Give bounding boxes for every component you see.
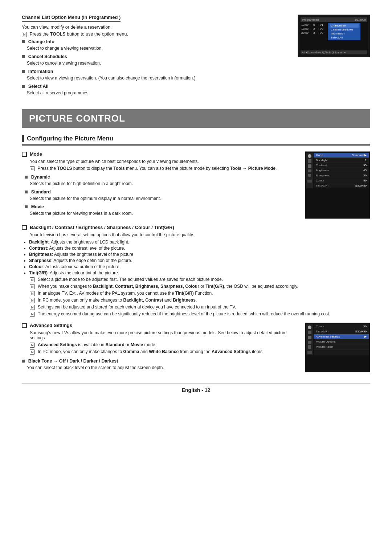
tv-menu-contrast: Contrast 95 xyxy=(314,163,369,168)
tv-menu-information: Information xyxy=(330,32,359,36)
picture-control-header: PICTURE CONTROL xyxy=(22,109,370,128)
mode-heading-label: Mode xyxy=(30,151,42,157)
tv-menu-sharpness: Sharpness 50 xyxy=(314,173,369,178)
note-row-6: N The energy consumed during use can be … xyxy=(30,311,370,317)
advanced-heading-row: Advanced Settings xyxy=(22,323,299,328)
note-icon-bl5: N xyxy=(30,305,35,310)
backlight-heading-label: Backlight / Contrast / Brightness / Shar… xyxy=(30,225,174,230)
item-label-change-info: Change Info xyxy=(28,39,54,44)
pic-icon-6 xyxy=(307,180,312,183)
channel-text-content: Channel List Option Menu (in Programmed … xyxy=(22,15,290,98)
page-footer: English - 12 xyxy=(22,383,370,393)
item-desc-information: Select to view a viewing reservation. (Y… xyxy=(27,75,290,81)
tv-adv-picture-options: Picture Options xyxy=(314,339,369,344)
mode-desc: You can select the type of picture which… xyxy=(30,159,299,164)
item-label-cancel-schedules: Cancel Schedules xyxy=(28,54,67,59)
tv-menu-cancelschedules: CancelSchedules xyxy=(330,28,359,32)
backlight-heading-row: Backlight / Contrast / Brightness / Shar… xyxy=(22,225,370,230)
note-icon-bl3: N xyxy=(30,291,35,296)
movie-bullet xyxy=(25,205,28,208)
note-icon-bl1: N xyxy=(30,277,35,282)
tv-date: 1/1/2009 xyxy=(355,18,366,21)
pic-icon-4 xyxy=(308,169,311,172)
adv-pic-icon-3 xyxy=(308,336,311,339)
channel-item-cancel-schedules: Cancel Schedules xyxy=(22,54,290,59)
item-label-information: Information xyxy=(28,69,53,74)
mode-item-movie: Movie xyxy=(25,204,299,209)
mode-tv-mockup: Mode Standard ▶ Backlight 1 Contrast 95 … xyxy=(305,151,370,219)
tv-menu-brightness: Brightness 45 xyxy=(314,168,369,173)
adv-pic-icon-4 xyxy=(308,341,311,344)
bullet-backlight: Backlight: Adjusts the brightness of LCD… xyxy=(29,240,370,245)
tv-adv-picture-reset: Picture Reset xyxy=(314,344,369,349)
advanced-heading-label: Advanced Settings xyxy=(30,323,72,328)
note-icon-adv2: N xyxy=(30,349,35,355)
tv-tab-programmed: Programmed xyxy=(302,18,319,21)
note-icon-adv1: N xyxy=(30,343,35,348)
bullet-icon-2 xyxy=(22,55,25,58)
bullet-icon xyxy=(22,40,25,43)
configuring-section-title: Configuring the Picture Menu xyxy=(22,135,370,146)
tv-footer: All ●Zoom ●Select ⎕Tools ⎕Information xyxy=(301,50,367,54)
note-row-1: N Select a picture mode to be adjusted f… xyxy=(30,277,370,282)
bullet-tint: Tint(G/R): Adjusts the colour tint of th… xyxy=(29,270,370,275)
adv-pic-icon-2 xyxy=(308,331,311,334)
standard-bullet xyxy=(25,191,28,193)
bullet-icon-4 xyxy=(22,85,25,88)
adv-pic-icon-6 xyxy=(307,351,312,354)
mode-content: Mode You can select the type of picture … xyxy=(22,151,299,219)
tv-adv-advanced-settings: Advanced Settings ▶ xyxy=(314,334,369,339)
note-row-2: N When you make changes to Backlight, Co… xyxy=(30,284,370,289)
tv-pic-menu: Mode Standard ▶ Backlight 1 Contrast 95 … xyxy=(314,153,369,188)
pic-icon-2 xyxy=(308,159,311,163)
mode-section-wrapper: Mode You can select the type of picture … xyxy=(22,151,370,219)
backlight-bullet-list: Backlight: Adjusts the brightness of LCD… xyxy=(29,240,370,275)
tv-menu-tint: Tint (G/R) G50/R50 xyxy=(314,183,369,188)
bullet-colour: Colour: Adjusts colour saturation of the… xyxy=(29,264,370,269)
tv-row-1: 13:59 5 TV1 ● ChangeInfo CancelSchedules… xyxy=(301,23,367,27)
mode-note: N Press the TOOLS button to display the … xyxy=(30,166,299,171)
channel-item-change-info: Change Info xyxy=(22,39,290,44)
bullet-brightness: Brightness: Adjusts the brightness level… xyxy=(29,252,370,257)
note-icon-mode: N xyxy=(30,166,35,171)
tv-adv-colour: Colour 50 xyxy=(314,324,369,329)
black-tone-row: Black Tone → Off / Dark / Darker / Darke… xyxy=(22,358,299,364)
item-desc-cancel-schedules: Select to cancel a viewing reservation. xyxy=(27,61,290,66)
backlight-notes: N Select a picture mode to be adjusted f… xyxy=(30,277,370,317)
mode-checkbox-icon xyxy=(22,152,27,157)
standard-label: Standard xyxy=(31,189,51,195)
tv-menu-colour: Colour 50 xyxy=(314,178,369,183)
tv-menu-changeinfo: ChangeInfo xyxy=(330,24,359,28)
channel-item-information: Information xyxy=(22,69,290,74)
mode-heading-row: Mode xyxy=(22,151,299,157)
bullet-sharpness: Sharpness: Adjusts the edge definition o… xyxy=(29,258,370,263)
section-title-bar-icon xyxy=(22,135,24,142)
tv-adv-menu: Colour 50 Tint (G/R) G50/R50 Advanced Se… xyxy=(314,324,369,355)
backlight-desc: Your television has several setting opti… xyxy=(30,232,370,237)
tv-pic-sidebar-icons xyxy=(306,153,313,188)
channel-note1: N Press the TOOLS button to use the opti… xyxy=(22,32,290,37)
advanced-tv-mockup: Colour 50 Tint (G/R) G50/R50 Advanced Se… xyxy=(305,323,370,372)
backlight-checkbox-icon xyxy=(22,225,27,230)
channel-list-section: Channel List Option Menu (in Programmed … xyxy=(22,15,370,98)
pic-icon-3 xyxy=(308,164,311,168)
item-desc-change-info: Select to change a viewing reservation. xyxy=(27,46,290,51)
dynamic-label: Dynamic xyxy=(31,175,50,180)
note-row-4: N In PC mode, you can only make changes … xyxy=(30,298,370,303)
backlight-section: Backlight / Contrast / Brightness / Shar… xyxy=(22,225,370,317)
advanced-content: Advanced Settings Samsung's new TVs allo… xyxy=(22,323,299,372)
tv-menu-mode: Mode Standard ▶ xyxy=(314,153,369,158)
item-desc-select-all: Select all reserved programmes. xyxy=(27,90,290,95)
note-icon-1: N xyxy=(22,32,27,37)
pic-icon-5 xyxy=(308,174,311,177)
tv-adv-tint: Tint (G/R) G50/R50 xyxy=(314,329,369,334)
dynamic-bullet xyxy=(25,176,28,179)
note-icon-bl2: N xyxy=(30,284,35,289)
movie-desc: Selects the picture for viewing movies i… xyxy=(30,211,299,216)
black-tone-label: Black Tone → Off / Dark / Darker / Darke… xyxy=(28,359,118,364)
adv-pic-icon-1 xyxy=(308,326,311,329)
footer-text: English - 12 xyxy=(182,387,211,393)
black-tone-desc: You can select the black level on the sc… xyxy=(27,365,299,370)
note-icon-bl6: N xyxy=(30,312,35,317)
tv-menu-selectall: Select All xyxy=(330,36,359,40)
